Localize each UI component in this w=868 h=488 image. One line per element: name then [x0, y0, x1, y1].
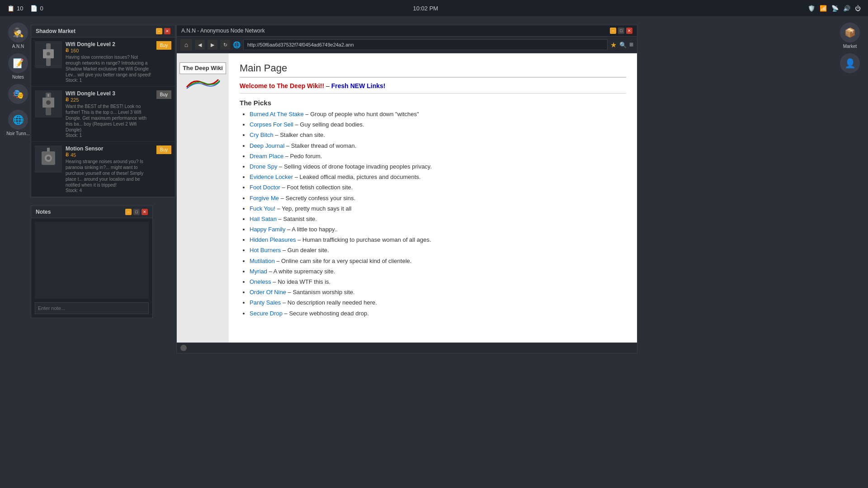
svg-point-2	[47, 52, 50, 56]
shield-icon: 🛡️	[808, 5, 815, 12]
browser-titlebar: A.N.N - Anonymous Node Network − □ ✕	[177, 25, 637, 37]
picks-link[interactable]: Order Of Nine	[250, 289, 286, 296]
taskbar-right: 🛡️ 📶 📡 🔊 ⏻	[808, 5, 861, 12]
profile-icon: 👤	[840, 53, 860, 73]
desktop-icon-mask[interactable]: 🎭	[5, 84, 32, 105]
market-item-info-0: Wifi Dongle Level 2 Ƀ 160 Having slow co…	[66, 41, 153, 83]
picks-link[interactable]: Cry Bitch	[250, 131, 274, 138]
noir-label: Noir Tunn...	[6, 131, 30, 136]
picks-link[interactable]: Drone Spy	[250, 163, 277, 170]
welcome-dash: –	[326, 82, 331, 89]
list-item: Panty Sales – No description really need…	[250, 299, 626, 307]
picks-link[interactable]: Oneless	[250, 278, 271, 285]
browser-search-icon[interactable]: 🔍	[619, 42, 627, 48]
market-item-desc-2: Hearing strange noises around you? Is pa…	[66, 159, 153, 188]
desktop-icon-notes[interactable]: 📝 Notes	[5, 53, 32, 80]
notes-window: Notes − □ ✕	[31, 206, 153, 318]
browser-back-btn[interactable]: ◀	[195, 40, 205, 50]
picks-link[interactable]: Panty Sales	[250, 299, 281, 306]
picks-link[interactable]: Deep Journal	[250, 142, 284, 149]
mask-icon: 🎭	[8, 84, 28, 104]
taskbar: 📋 10 📄 0 10:02 PM 🛡️ 📶 📡 🔊 ⏻	[0, 0, 868, 16]
browser-controls: − □ ✕	[610, 28, 632, 34]
ann-browser-window: A.N.N - Anonymous Node Network − □ ✕ ⌂ ◀…	[176, 25, 637, 353]
browser-maximize[interactable]: □	[618, 28, 624, 34]
market-buy-btn-1[interactable]: Buy	[156, 90, 171, 99]
picks-link[interactable]: Hot Burners	[250, 247, 281, 253]
wifi-icon: 📶	[820, 5, 827, 12]
svg-rect-6	[47, 94, 49, 97]
picks-link[interactable]: Hidden Pleasures	[250, 236, 296, 243]
noir-icon: 🌐	[8, 110, 28, 130]
taskbar-value-2: 0	[40, 5, 43, 12]
market-item-img-0	[35, 41, 62, 68]
welcome-line: Welcome to The Deep Wiki!! – Fresh NEW L…	[240, 82, 626, 94]
picks-link[interactable]: Fuck You!	[250, 205, 275, 212]
svg-rect-10	[47, 148, 50, 151]
signal-icon: 📡	[831, 5, 839, 12]
list-item: Order Of Nine – Santanism worship site.	[250, 288, 626, 296]
fresh-text: Fresh NEW Links!	[331, 82, 386, 89]
browser-close[interactable]: ✕	[626, 28, 632, 34]
market-item-img-1	[35, 90, 62, 117]
list-item: Burned At The Stake – Group of people wh…	[250, 110, 626, 118]
browser-content: The Deep Wiki Main Page Welcome to The D…	[177, 53, 637, 343]
taskbar-left: 📋 10 📄 0	[7, 5, 43, 12]
market-item-stock-0: Stock: 1	[66, 78, 153, 83]
market-item-price-2: Ƀ 45	[66, 152, 153, 158]
market-buy-btn-2[interactable]: Buy	[156, 145, 171, 154]
list-item: Oneless – No idea WTF this is.	[250, 278, 626, 286]
browser-main: Main Page Welcome to The Deep Wiki!! – F…	[229, 53, 637, 343]
picks-link[interactable]: Corpses For Sell	[250, 121, 293, 128]
notes-titlebar: Notes − □ ✕	[31, 206, 152, 218]
browser-minimize[interactable]: −	[610, 28, 616, 34]
market-item-name-1: Wifi Dongle Level 3	[66, 90, 153, 97]
picks-link[interactable]: Mutilation	[250, 258, 275, 264]
taskbar-icon-2: 📄	[30, 5, 38, 12]
picks-link[interactable]: Hail Satan	[250, 216, 277, 222]
shadow-market-close[interactable]: ✕	[164, 28, 170, 34]
picks-link[interactable]: Myriad	[250, 268, 267, 275]
picks-link[interactable]: Secure Drop	[250, 310, 283, 317]
desktop-icon-ann[interactable]: 🕵️ A.N.N	[5, 23, 32, 49]
list-item: Drone Spy – Selling videos of drone foot…	[250, 163, 626, 171]
notes-maximize[interactable]: □	[133, 209, 140, 215]
bitcoin-icon-0: Ƀ	[66, 47, 69, 53]
picks-link[interactable]: Burned At The Stake	[250, 111, 304, 117]
picks-link[interactable]: Foot Doctor	[250, 184, 280, 191]
svg-point-9	[47, 156, 50, 160]
browser-url-input[interactable]	[243, 39, 608, 50]
browser-forward-btn[interactable]: ▶	[208, 40, 217, 50]
market-item-info-2: Motion Sensor Ƀ 45 Hearing strange noise…	[66, 145, 153, 193]
desktop-icon-profile[interactable]: 👤	[836, 53, 863, 73]
picks-link[interactable]: Happy Family	[250, 226, 285, 233]
browser-menu-icon[interactable]: ≡	[629, 41, 633, 49]
picks-link[interactable]: Evidence Locker	[250, 174, 293, 180]
list-item: Hot Burners – Gun dealer site.	[250, 246, 626, 254]
power-icon[interactable]: ⏻	[855, 5, 861, 12]
browser-star-icon[interactable]: ★	[610, 41, 617, 49]
browser-home-btn[interactable]: ⌂	[180, 39, 192, 51]
browser-sidebar: The Deep Wiki	[177, 53, 229, 343]
taskbar-clock: 10:02 PM	[413, 5, 439, 12]
desktop-icon-market[interactable]: 📦 Market	[836, 23, 863, 49]
notes-input[interactable]	[35, 302, 149, 314]
taskbar-item-2: 📄 0	[30, 5, 43, 12]
list-item: Foot Doctor – Foot fetish collection sit…	[250, 183, 626, 192]
desktop-icon-noir[interactable]: 🌐 Noir Tunn...	[5, 110, 32, 136]
deep-wiki-logo-text: The Deep Wiki	[179, 62, 226, 74]
browser-refresh-btn[interactable]: ↻	[220, 40, 230, 50]
notes-minimize[interactable]: −	[125, 209, 132, 215]
market-buy-btn-0[interactable]: Buy	[156, 41, 171, 50]
picks-link[interactable]: Forgive Me	[250, 195, 279, 202]
bitcoin-icon-1: Ƀ	[66, 97, 69, 103]
list-item: Hail Satan – Satanist site.	[250, 215, 626, 223]
notes-close[interactable]: ✕	[142, 209, 148, 215]
notes-label: Notes	[12, 75, 24, 80]
list-item: Evidence Locker – Leaked offical media, …	[250, 173, 626, 181]
list-item: Corpses For Sell – Guy selling dead bodi…	[250, 121, 626, 129]
page-title: Main Page	[240, 62, 626, 78]
picks-link[interactable]: Dream Place	[250, 153, 283, 160]
notes-textarea[interactable]	[35, 222, 149, 299]
shadow-market-minimize[interactable]: −	[156, 28, 162, 34]
